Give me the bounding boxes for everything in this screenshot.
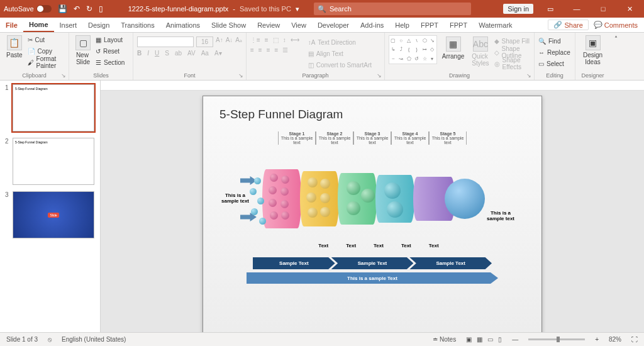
group-label: Clipboard (0, 72, 69, 79)
spellcheck-icon[interactable]: ⦸ (48, 336, 52, 343)
convert-smartart-button[interactable]: ◫ Convert to SmartArt (308, 59, 372, 70)
tab-view[interactable]: View (286, 18, 312, 32)
long-bar[interactable]: This is a sample Text (247, 272, 498, 284)
tab-fppt-2[interactable]: FPPT (444, 18, 473, 32)
stage-labels: Stage 1This is a sample text Stage 2This… (219, 131, 525, 145)
tab-help[interactable]: Help (389, 18, 415, 32)
autosave-label: AutoSave (4, 5, 34, 13)
tab-watermark[interactable]: Watermark (473, 18, 518, 32)
slide-thumbnail-1[interactable]: 1 5-Step Funnel Diagram (5, 84, 95, 131)
tab-file[interactable]: File (0, 18, 23, 32)
find-button[interactable]: 🔍 Find (538, 35, 571, 47)
minimize-icon[interactable]: — (567, 5, 586, 13)
ribbon-options-icon[interactable]: ▭ (541, 5, 560, 13)
tab-insert[interactable]: Insert (54, 18, 83, 32)
zoom-out-icon[interactable]: — (512, 336, 518, 343)
tab-home[interactable]: Home (23, 18, 54, 32)
select-button[interactable]: ▭ Select (538, 58, 571, 69)
quick-styles-button[interactable]: AbcQuick Styles (469, 35, 491, 69)
signin-button[interactable]: Sign in (503, 4, 533, 14)
new-slide-button[interactable]: ▢New Slide (73, 34, 93, 68)
collapse-ribbon-icon[interactable]: ˄ (614, 35, 618, 42)
section-button[interactable]: ☰ Section (96, 57, 125, 68)
undo-icon[interactable]: ↶ (74, 4, 80, 13)
share-button[interactable]: 🔗 Share (548, 20, 588, 30)
dialog-launcher-icon[interactable]: ↘ (526, 72, 531, 79)
shape-effects-button[interactable]: ◎ Shape Effects (494, 58, 530, 69)
comments-button[interactable]: 💬 Comments (594, 20, 638, 30)
close-icon[interactable]: ✕ (620, 5, 639, 13)
statusbar: Slide 1 of 3 ⦸ English (United States) ≐… (0, 332, 644, 346)
replace-button[interactable]: ↔ Replace (538, 47, 571, 58)
sorter-view-icon[interactable]: ▦ (477, 336, 482, 343)
autosave-toggle[interactable]: AutoSave (4, 5, 52, 13)
funnel-diagram[interactable]: This is a sample text (219, 147, 525, 245)
saved-status: Saved to this PC (240, 5, 291, 13)
paste-button[interactable]: 📋Paste (4, 34, 25, 68)
notes-button[interactable]: ≐ Notes (433, 336, 456, 343)
search-icon: 🔍 (318, 5, 326, 13)
slide-counter[interactable]: Slide 1 of 3 (6, 336, 38, 343)
tab-fppt-1[interactable]: FPPT (415, 18, 444, 32)
chevron-bar[interactable]: Sample Text Sample Text Sample Text (253, 257, 492, 269)
tab-transitions[interactable]: Transitions (115, 18, 160, 32)
slide-title[interactable]: 5-Step Funnel Diagram (219, 108, 525, 121)
dialog-launcher-icon[interactable]: ↘ (61, 72, 66, 79)
tab-slideshow[interactable]: Slide Show (206, 18, 252, 32)
tab-developer[interactable]: Developer (312, 18, 355, 32)
tab-addins[interactable]: Add-ins (355, 18, 389, 32)
zoom-level[interactable]: 82% (609, 336, 621, 343)
reading-view-icon[interactable]: ▭ (487, 336, 493, 343)
ribbon: 📋Paste ✂ Cut 📄 Copy 🖌 Format Painter Cli… (0, 33, 644, 81)
slideshow-icon[interactable]: ▯ (99, 4, 103, 13)
slideshow-view-icon[interactable]: ▯ (498, 336, 502, 343)
font-family-input[interactable] (137, 36, 194, 47)
font-size-input[interactable]: 16 (196, 36, 213, 47)
zoom-in-icon[interactable]: + (595, 336, 599, 343)
slide-thumbnail-2[interactable]: 2 5-Step Funnel Diagram (5, 138, 95, 185)
zoom-slider[interactable] (528, 338, 585, 340)
search-input[interactable]: 🔍 Search (314, 3, 471, 15)
right-label: This is a sample text (484, 210, 518, 221)
design-ideas-button[interactable]: ▣Design Ideas (579, 34, 606, 67)
thumbnail-panel[interactable]: 1 5-Step Funnel Diagram 2 5-Step Funnel … (0, 81, 101, 332)
dialog-launcher-icon[interactable]: ↘ (377, 72, 382, 79)
titlebar: AutoSave 💾 ↶ ↻ ▯ 1222-5-step-funnel-diag… (0, 0, 644, 18)
slide-thumbnail-3[interactable]: 3 Slide (5, 191, 95, 238)
save-icon[interactable]: 💾 (58, 4, 67, 13)
align-text-button[interactable]: ▤ Align Text (308, 48, 372, 59)
cut-button[interactable]: ✂ Cut (28, 34, 65, 45)
tab-review[interactable]: Review (252, 18, 286, 32)
layout-button[interactable]: ▦ Layout (96, 34, 125, 45)
dialog-launcher-icon[interactable]: ↘ (238, 72, 243, 79)
tab-design[interactable]: Design (82, 18, 115, 32)
redo-icon[interactable]: ↻ (86, 4, 92, 13)
text-direction-button[interactable]: ↕A Text Direction (308, 36, 372, 48)
chevron-down-icon[interactable]: ▾ (296, 5, 299, 13)
slide-canvas[interactable]: 5-Step Funnel Diagram Stage 1This is a s… (203, 96, 542, 332)
reset-button[interactable]: ↺ Reset (96, 45, 125, 57)
ribbon-tabs: File Home Insert Design Transitions Anim… (0, 18, 644, 33)
filename: 1222-5-step-funnel-diagram.pptx (128, 5, 229, 13)
tab-animations[interactable]: Animations (160, 18, 206, 32)
shapes-gallery[interactable]: ▢○△\⬡↘ ↳⤴{}↦◇ ~↝⬠↺☆▾ (389, 35, 437, 64)
horizontal-ruler (101, 81, 644, 91)
search-placeholder: Search (330, 5, 352, 13)
maximize-icon[interactable]: □ (594, 5, 613, 13)
arrange-button[interactable]: ▦Arrange (440, 35, 467, 69)
format-painter-button[interactable]: 🖌 Format Painter (28, 57, 65, 68)
quick-access-toolbar: 💾 ↶ ↻ ▯ (58, 4, 103, 13)
workspace: 1 5-Step Funnel Diagram 2 5-Step Funnel … (0, 81, 644, 332)
fit-to-window-icon[interactable]: ⛶ (631, 336, 638, 343)
left-label: This is a sample text (219, 193, 251, 204)
language-status[interactable]: English (United States) (62, 336, 126, 343)
normal-view-icon[interactable]: ▣ (466, 336, 472, 343)
